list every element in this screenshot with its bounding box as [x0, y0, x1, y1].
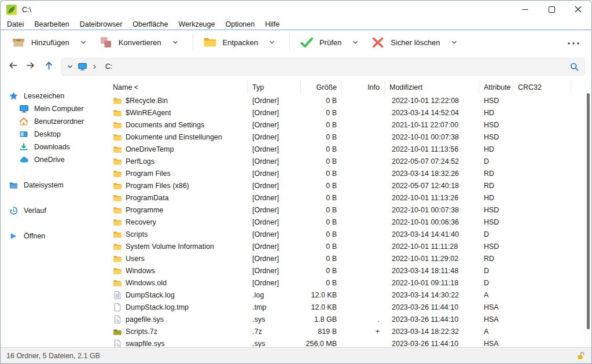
- column-header-attribute[interactable]: Attribute: [479, 80, 513, 94]
- table-row[interactable]: ProgramData[Ordner]0 B2022-10-01 11:13:2…: [108, 192, 585, 204]
- table-row[interactable]: $Recycle.Bin[Ordner]0 B2022-10-01 12:22:…: [108, 94, 585, 106]
- file-name-cell[interactable]: PerfLogs: [108, 155, 248, 167]
- column-header-modifiziert[interactable]: Modifiziert: [385, 80, 479, 94]
- file-name-cell[interactable]: DumpStack.log.tmp: [108, 301, 248, 313]
- menu-item-hilfe[interactable]: Hilfe: [260, 19, 285, 30]
- table-row[interactable]: Windows.old[Ordner]0 B2022-10-01 09:11:1…: [108, 277, 585, 289]
- table-row[interactable]: DumpStack.log.tmp.tmp12.0 KB2023-03-26 1…: [108, 301, 585, 313]
- table-row[interactable]: Scripts.7z.7z819 B+2023-03-14 18:22:32A: [108, 325, 585, 337]
- sidebar-item-lesezeichen[interactable]: Lesezeichen: [1, 90, 108, 102]
- column-header-info[interactable]: Info: [342, 80, 385, 94]
- hinzufügen-button[interactable]: Hinzufügen: [8, 32, 73, 52]
- column-header-typ[interactable]: Typ: [248, 80, 301, 94]
- toolbar-more-button[interactable]: [562, 34, 584, 51]
- sicher-löschen-dropdown-chevron-icon[interactable]: [451, 39, 458, 46]
- breadcrumb-chevron-icon[interactable]: [91, 64, 98, 70]
- sidebar-item-downloads[interactable]: Downloads: [1, 141, 108, 153]
- file-name-cell[interactable]: Program Files: [108, 167, 248, 179]
- konvertieren-button[interactable]: Konvertieren: [95, 32, 165, 52]
- prüfen-label: Prüfen: [319, 38, 341, 47]
- file-name-cell[interactable]: Program Files (x86): [108, 179, 248, 192]
- menu-item-datei[interactable]: Datei: [2, 19, 29, 30]
- table-row[interactable]: PerfLogs[Ordner]0 B2022-05-07 07:24:52D: [108, 155, 585, 167]
- prüfen-dropdown-chevron-icon[interactable]: [352, 39, 359, 46]
- table-row[interactable]: Program Files (x86)[Ordner]0 B2022-05-07…: [108, 179, 585, 192]
- sidebar-item-dateisystem[interactable]: Dateisystem: [1, 179, 108, 192]
- file-info-cell: [342, 240, 385, 252]
- file-name-cell[interactable]: DumpStack.log: [108, 289, 248, 301]
- sicher-löschen-button[interactable]: Sicher löschen: [367, 32, 443, 52]
- address-path[interactable]: C:: [105, 62, 113, 71]
- prüfen-button[interactable]: Prüfen: [296, 32, 345, 52]
- table-row[interactable]: Program Files[Ordner]0 B2023-03-14 18:32…: [108, 167, 585, 179]
- minimize-button[interactable]: [512, 1, 538, 19]
- close-button[interactable]: [565, 1, 591, 19]
- table-row[interactable]: Recovery[Ordner]0 B2022-10-01 00:06:36HS…: [108, 216, 585, 228]
- file-modified-cell: 2022-10-01 12:22:08: [385, 94, 479, 106]
- scrollbar-thumb[interactable]: [587, 93, 590, 329]
- forward-button[interactable]: [21, 58, 39, 75]
- file-name-cell[interactable]: System Volume Information: [108, 240, 248, 252]
- hinzufügen-dropdown-chevron-icon[interactable]: [80, 39, 87, 46]
- table-row[interactable]: Documents and Settings[Ordner]0 B2021-10…: [108, 119, 585, 131]
- file-name: Dokumente und Einstellungen: [126, 133, 222, 141]
- table-row[interactable]: pagefile.sys.sys1.8 GB.2023-03-26 11:44:…: [108, 313, 585, 325]
- file-crc32-cell: [513, 240, 571, 252]
- maximize-button[interactable]: [538, 1, 565, 19]
- file-name-cell[interactable]: Scripts: [108, 228, 248, 240]
- entpacken-dropdown-chevron-icon[interactable]: [269, 39, 275, 46]
- table-row[interactable]: System Volume Information[Ordner]0 B2022…: [108, 240, 585, 252]
- file-name-cell[interactable]: $WinREAgent: [108, 106, 248, 119]
- file-name-cell[interactable]: pagefile.sys: [108, 313, 248, 325]
- vertical-scrollbar[interactable]: [585, 79, 591, 347]
- file-name-cell[interactable]: Recovery: [108, 216, 248, 228]
- column-header-crc32[interactable]: CRC32: [513, 80, 571, 94]
- file-name-cell[interactable]: Windows.old: [108, 277, 248, 289]
- sidebar-item-mein-computer[interactable]: Mein Computer: [1, 102, 108, 115]
- table-row[interactable]: Windows[Ordner]0 B2023-03-14 18:11:48D: [108, 264, 585, 277]
- file-name-cell[interactable]: Dokumente und Einstellungen: [108, 131, 248, 143]
- address-history-chevron-icon[interactable]: [67, 63, 73, 70]
- file-name-cell[interactable]: Windows: [108, 264, 248, 277]
- column-header-größe[interactable]: Größe: [301, 80, 342, 94]
- file-name-cell[interactable]: OneDriveTemp: [108, 143, 248, 155]
- table-row[interactable]: Dokumente und Einstellungen[Ordner]0 B20…: [108, 131, 585, 143]
- file-name-cell[interactable]: Users: [108, 252, 248, 264]
- back-button[interactable]: [4, 58, 21, 75]
- folder-icon: [113, 108, 122, 117]
- file-size-cell: 0 B: [301, 155, 342, 167]
- table-row[interactable]: swapfile.sys.sys256.0 MB2023-03-26 11:44…: [108, 337, 585, 347]
- sidebar-item-benutzerordner[interactable]: Benutzerordner: [1, 115, 108, 128]
- konvertieren-dropdown-chevron-icon[interactable]: [172, 39, 179, 46]
- file-name-cell[interactable]: Documents and Settings: [108, 119, 248, 131]
- file-crc32-cell: [513, 179, 571, 192]
- sidebar-item-öffnen[interactable]: Öffnen: [1, 230, 108, 242]
- table-row[interactable]: Programme[Ordner]0 B2022-10-01 00:07:38H…: [108, 204, 585, 216]
- menu-item-dateibrowser[interactable]: Dateibrowser: [75, 19, 128, 30]
- sidebar-item-desktop[interactable]: Desktop: [1, 128, 108, 141]
- table-row[interactable]: DumpStack.log.log12.0 KB2023-03-14 14:30…: [108, 289, 585, 301]
- up-button[interactable]: [40, 58, 57, 75]
- menu-item-werkzeuge[interactable]: Werkzeuge: [173, 19, 220, 30]
- table-row[interactable]: OneDriveTemp[Ordner]0 B2022-10-01 11:13:…: [108, 143, 585, 155]
- file-attributes-cell: HD: [479, 192, 513, 204]
- menu-item-optionen[interactable]: Optionen: [220, 19, 260, 30]
- address-bar[interactable]: C:: [61, 58, 585, 76]
- table-row[interactable]: $WinREAgent[Ordner]0 B2023-03-14 14:52:0…: [108, 106, 585, 119]
- file-name-cell[interactable]: ProgramData: [108, 192, 248, 204]
- column-header-name[interactable]: Name <: [108, 80, 248, 94]
- table-row[interactable]: Users[Ordner]0 B2022-10-01 11:29:02RD: [108, 252, 585, 264]
- table-row[interactable]: Scripts[Ordner]0 B2023-03-14 14:41:40D: [108, 228, 585, 240]
- menu-item-oberfläche[interactable]: Oberfläche: [127, 19, 173, 30]
- sidebar-item-label: Benutzerordner: [34, 117, 84, 126]
- search-icon[interactable]: [569, 62, 579, 72]
- file-name-cell[interactable]: swapfile.sys: [108, 337, 248, 347]
- menu-item-bearbeiten[interactable]: Bearbeiten: [29, 19, 74, 30]
- sidebar-item-verlauf[interactable]: Verlauf: [1, 204, 108, 217]
- file-crc32-cell: [513, 155, 571, 167]
- file-name-cell[interactable]: $Recycle.Bin: [108, 94, 248, 106]
- entpacken-button[interactable]: Entpacken: [199, 32, 262, 52]
- sidebar-item-onedrive[interactable]: OneDrive: [1, 153, 108, 166]
- file-name-cell[interactable]: Scripts.7z: [108, 325, 248, 337]
- file-name-cell[interactable]: Programme: [108, 204, 248, 216]
